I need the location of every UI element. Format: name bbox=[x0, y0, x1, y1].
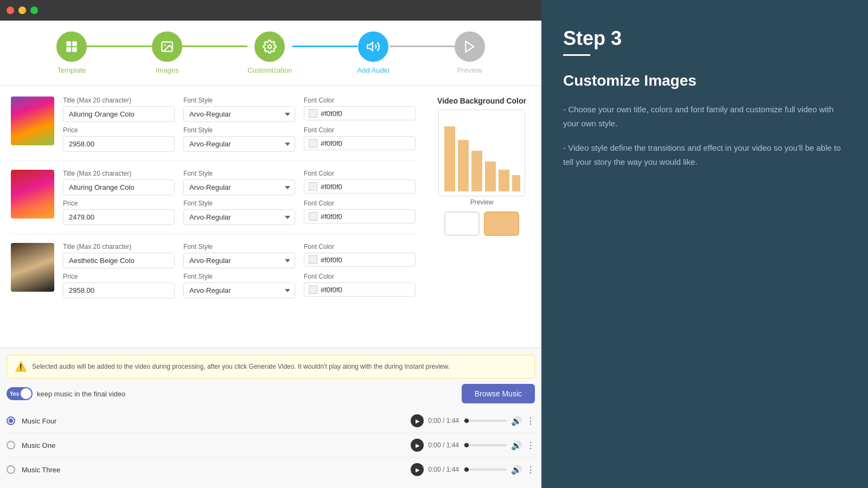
volume-icon-2[interactable]: 🔊 bbox=[511, 440, 522, 451]
font-style-price-select-3[interactable]: Arvo-Regular bbox=[183, 282, 295, 298]
bg-swatch-white[interactable] bbox=[444, 211, 480, 236]
title-bar bbox=[0, 0, 541, 21]
font-style-price-label-3: Font Style bbox=[183, 273, 295, 280]
font-color-price-label-3: Font Color bbox=[304, 273, 416, 280]
step-customization[interactable]: Customization bbox=[247, 31, 292, 74]
font-style-title-select-1[interactable]: Arvo-Regular Arvo-Bold Roboto-Regular bbox=[183, 106, 295, 122]
more-icon-3[interactable]: ⋮ bbox=[526, 465, 535, 475]
title-field-group-3: Title (Max 20 character) bbox=[63, 243, 175, 268]
step-circle-preview bbox=[455, 31, 485, 62]
font-color-title-input-1[interactable]: #f0f0f0 bbox=[304, 106, 416, 120]
step-label-customization: Customization bbox=[247, 66, 292, 74]
color-swatch-price-2 bbox=[309, 212, 317, 221]
title-label-1: Title (Max 20 character) bbox=[63, 97, 175, 104]
keep-music-text: keep music in the final video bbox=[37, 390, 125, 398]
font-color-title-input-2[interactable]: #f0f0f0 bbox=[304, 179, 416, 194]
music-progress-fill-2 bbox=[464, 443, 469, 447]
toggle-label: Yes keep music in the final video bbox=[7, 387, 125, 400]
font-color-price-group-3: Font Color #f0f0f0 bbox=[304, 273, 416, 298]
font-color-price-label-2: Font Color bbox=[304, 200, 416, 207]
volume-icon-1[interactable]: 🔊 bbox=[511, 416, 522, 426]
step-template[interactable]: Template bbox=[56, 31, 87, 74]
audio-controls-bar: Yes keep music in the final video Browse… bbox=[0, 378, 541, 409]
product-image-3 bbox=[11, 243, 54, 292]
font-style-title-select-3[interactable]: Arvo-Regular bbox=[183, 253, 295, 268]
svg-rect-1 bbox=[72, 41, 77, 46]
font-style-price-select-1[interactable]: Arvo-Regular Arvo-Bold bbox=[183, 136, 295, 152]
font-style-title-label-1: Font Style bbox=[183, 97, 295, 104]
font-color-title-input-3[interactable]: #f0f0f0 bbox=[304, 253, 416, 267]
svg-rect-0 bbox=[66, 41, 71, 46]
music-progress-2[interactable] bbox=[463, 444, 507, 446]
video-bg-preview bbox=[438, 110, 525, 196]
title-input-3[interactable] bbox=[63, 253, 175, 268]
color-swatches-row bbox=[444, 211, 519, 236]
svg-rect-11 bbox=[458, 140, 469, 191]
step-preview[interactable]: Preview bbox=[455, 31, 485, 74]
audio-section: ⚠️ Selected audio will be added to the v… bbox=[0, 348, 541, 488]
price-input-2[interactable] bbox=[63, 209, 175, 225]
music-controls-3: ▶ 0:00 / 1:44 🔊 ⋮ bbox=[411, 463, 535, 476]
font-color-price-input-1[interactable]: #f0f0f0 bbox=[304, 136, 416, 150]
connector-3 bbox=[292, 46, 358, 47]
step-add-audio[interactable]: Add Audio bbox=[358, 31, 390, 74]
play-icon-1: ▶ bbox=[416, 418, 420, 424]
svg-rect-14 bbox=[499, 170, 509, 191]
font-style-price-select-2[interactable]: Arvo-Regular bbox=[183, 209, 295, 225]
play-button-3[interactable]: ▶ bbox=[411, 463, 424, 476]
play-button-2[interactable]: ▶ bbox=[411, 439, 424, 452]
title-input-1[interactable] bbox=[63, 106, 175, 122]
product-row-3: Title (Max 20 character) Font Style Arvo… bbox=[11, 243, 416, 307]
title-input-2[interactable] bbox=[63, 179, 175, 195]
maximize-button[interactable] bbox=[30, 7, 38, 14]
keep-music-toggle[interactable]: Yes bbox=[7, 387, 33, 400]
music-progress-fill-1 bbox=[464, 419, 469, 423]
music-radio-1[interactable] bbox=[7, 416, 15, 425]
music-radio-2[interactable] bbox=[7, 441, 15, 450]
bg-swatch-peach[interactable] bbox=[484, 211, 519, 236]
color-swatch-2 bbox=[309, 182, 317, 191]
music-progress-3[interactable] bbox=[463, 468, 507, 471]
color-value-price-2: #f0f0f0 bbox=[321, 213, 342, 221]
svg-marker-8 bbox=[465, 41, 474, 52]
step-circle-images bbox=[152, 31, 182, 62]
more-icon-2[interactable]: ⋮ bbox=[526, 440, 535, 451]
price-input-1[interactable] bbox=[63, 136, 175, 152]
title-label-3: Title (Max 20 character) bbox=[63, 243, 175, 251]
font-color-price-label-1: Font Color bbox=[304, 126, 416, 134]
price-input-3[interactable] bbox=[63, 282, 175, 298]
font-color-price-input-2[interactable]: #f0f0f0 bbox=[304, 209, 416, 223]
title-label-2: Title (Max 20 character) bbox=[63, 170, 175, 177]
font-style-price-group-1: Font Style Arvo-Regular Arvo-Bold bbox=[183, 126, 295, 152]
music-name-3: Music Three bbox=[22, 466, 411, 474]
play-button-1[interactable]: ▶ bbox=[411, 414, 424, 427]
browse-music-button[interactable]: Browse Music bbox=[462, 384, 535, 403]
minimize-button[interactable] bbox=[18, 7, 26, 14]
font-color-title-group-2: Font Color #f0f0f0 bbox=[304, 170, 416, 195]
more-icon-1[interactable]: ⋮ bbox=[526, 416, 535, 426]
notice-icon: ⚠️ bbox=[15, 361, 27, 373]
volume-icon-3[interactable]: 🔊 bbox=[511, 465, 522, 475]
title-field-group-1: Title (Max 20 character) bbox=[63, 97, 175, 122]
music-radio-3[interactable] bbox=[7, 465, 15, 474]
font-color-price-group-1: Font Color #f0f0f0 bbox=[304, 126, 416, 152]
step-label-images: Images bbox=[156, 66, 179, 74]
step-circle-template bbox=[56, 31, 87, 62]
step-images[interactable]: Images bbox=[152, 31, 182, 74]
step-desc-2: - Video style define the transitions and… bbox=[563, 141, 846, 169]
step-desc-1: - Choose your own title, colors and font… bbox=[563, 102, 846, 130]
toggle-yes-label: Yes bbox=[10, 391, 19, 397]
font-style-title-select-2[interactable]: Arvo-Regular bbox=[183, 179, 295, 195]
close-button[interactable] bbox=[7, 7, 14, 14]
audio-notice: ⚠️ Selected audio will be added to the v… bbox=[7, 355, 535, 378]
font-style-price-label-1: Font Style bbox=[183, 126, 295, 134]
font-color-title-group-1: Font Color #f0f0f0 bbox=[304, 97, 416, 122]
font-style-title-label-2: Font Style bbox=[183, 170, 295, 177]
product-fields-2: Title (Max 20 character) Font Style Arvo… bbox=[63, 170, 416, 225]
video-bg-section: Video Background Color Preview bbox=[433, 97, 531, 316]
font-color-price-input-3[interactable]: #f0f0f0 bbox=[304, 282, 416, 297]
step-heading: Customize Images bbox=[563, 72, 846, 89]
step-label-preview: Preview bbox=[457, 66, 482, 74]
music-progress-1[interactable] bbox=[463, 420, 507, 422]
music-time-2: 0:00 / 1:44 bbox=[428, 441, 459, 449]
